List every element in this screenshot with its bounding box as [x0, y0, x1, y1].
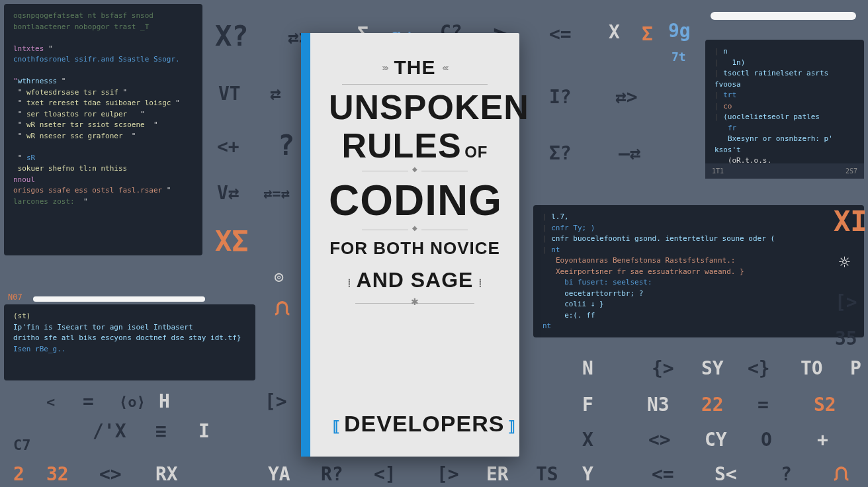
- title-of: OF: [464, 143, 488, 161]
- glyph: <}: [748, 357, 770, 379]
- glyph: <+: [217, 136, 239, 157]
- glyph: SY: [701, 357, 724, 379]
- glyph: V⇄: [217, 182, 239, 204]
- glyph: 7t: [672, 50, 686, 64]
- glyph: ?: [278, 129, 294, 161]
- glyph: 32: [46, 463, 69, 485]
- glyph: <: [46, 394, 55, 410]
- panel-2-label: N07: [8, 292, 22, 302]
- glyph: XI: [834, 205, 867, 238]
- glyph: N: [582, 357, 593, 379]
- title-developers: DEVELOPERS: [344, 411, 504, 436]
- glyph: F: [582, 394, 593, 416]
- glyph: N3: [647, 394, 670, 416]
- glyph: YA: [268, 463, 290, 485]
- glyph: P: [850, 357, 861, 379]
- glyph: [>: [437, 463, 459, 485]
- title-unspoken: UNSPOKEN: [329, 90, 501, 124]
- title-the: THE: [394, 56, 436, 79]
- search-bar: [711, 12, 856, 20]
- glyph: Y: [582, 463, 593, 485]
- glyph: ER: [486, 463, 509, 485]
- glyph: VT: [218, 83, 241, 105]
- glyph: TO: [801, 357, 823, 379]
- glyph: Σ?: [549, 142, 572, 164]
- code-panel-top-right: | n | 1n) | tsoctl ratinelsetr asrts fvo…: [705, 40, 864, 179]
- glyph: I?: [549, 86, 572, 108]
- book-spine: [301, 33, 310, 457]
- glyph: =: [83, 390, 94, 412]
- arrow-left-deco: ‹‹‹: [443, 62, 448, 73]
- glyph: ◎: [275, 268, 283, 285]
- glyph: [>: [265, 390, 287, 412]
- glyph: RX: [155, 463, 178, 485]
- title-coding: CODING: [329, 179, 501, 222]
- glyph: R?: [321, 463, 343, 485]
- glyph: H: [159, 390, 170, 412]
- glyph: ?: [781, 463, 792, 485]
- glyph: ⇄>: [615, 86, 638, 108]
- glyph: —⇄: [619, 142, 641, 164]
- glyph: 2: [13, 463, 24, 485]
- glyph: <=: [652, 463, 674, 485]
- glyph: ≡: [155, 420, 167, 442]
- arrow-right-deco: ›››: [382, 62, 388, 73]
- code-panel-mid-right: | l.7, | cnfr Ty; ) | cnfr buocelefoonti…: [533, 205, 864, 337]
- glyph: XΣ: [215, 225, 249, 257]
- glyph: X: [609, 21, 620, 43]
- glyph: <=: [549, 23, 572, 45]
- glyph: CY: [705, 429, 727, 451]
- glyph: <>: [99, 463, 122, 485]
- glyph: 35: [835, 328, 857, 349]
- glyph: ☼: [839, 251, 850, 273]
- glyph: ⟨o⟩: [119, 394, 146, 410]
- panel-2-bar: [33, 296, 205, 302]
- glyph: =: [758, 394, 769, 416]
- glyph: S2: [814, 394, 836, 416]
- glyph: O: [761, 429, 772, 451]
- glyph: ⇄=⇄: [263, 185, 290, 202]
- glyph: <>: [648, 429, 671, 451]
- glyph: TS: [536, 463, 558, 485]
- title-and: AND SAGE: [357, 268, 474, 292]
- glyph: 9g: [668, 20, 691, 42]
- glyph: ⇄: [270, 83, 281, 105]
- code-panel-top-left: oqsnpqogefatseat nt bsfasf snsod bontlaa…: [4, 4, 202, 255]
- code-panel-bottom-left: (st) Ip'fin is Isecart tor agn isoel Int…: [4, 304, 255, 380]
- glyph: C7: [13, 437, 31, 453]
- book-cover: ››› THE ‹‹‹ UNSPOKEN RULES OF ◆ CODING ◆…: [301, 33, 519, 457]
- glyph: ᙁ: [275, 298, 290, 320]
- glyph: [>: [835, 291, 857, 313]
- glyph: X: [582, 429, 593, 451]
- title-rules: RULES: [341, 126, 461, 165]
- glyph: I: [198, 420, 210, 442]
- glyph: /'X: [93, 420, 126, 442]
- glyph: {>: [652, 357, 674, 379]
- glyph: ᙁ: [834, 463, 849, 486]
- glyph: +: [817, 429, 828, 451]
- glyph: S<: [715, 463, 737, 485]
- glyph: <]: [374, 463, 396, 485]
- glyph: Σ: [642, 23, 653, 45]
- glyph: X?: [215, 20, 249, 52]
- title-forboth: FOR BOTH NOVICE: [329, 238, 501, 259]
- glyph: 22: [701, 394, 724, 416]
